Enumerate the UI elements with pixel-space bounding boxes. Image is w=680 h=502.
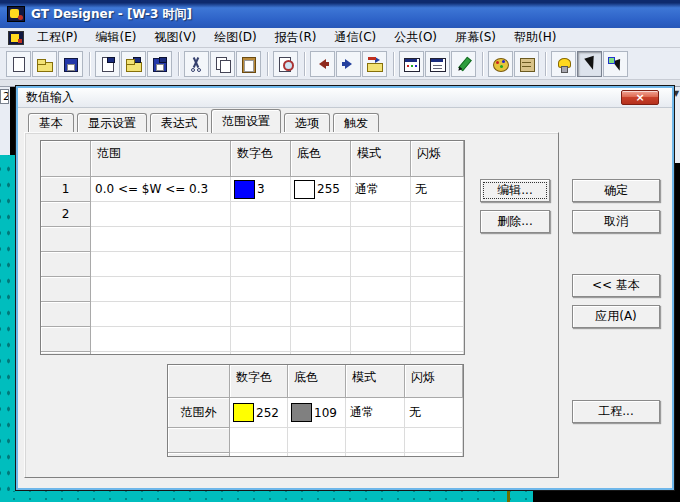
empty-cell[interactable] (351, 302, 411, 327)
empty-cell[interactable] (91, 327, 231, 352)
open-screen-button[interactable] (121, 51, 146, 77)
empty-cell[interactable] (91, 352, 231, 355)
empty-cell[interactable] (231, 252, 291, 277)
empty-cell[interactable] (291, 252, 351, 277)
empty-cell[interactable] (231, 327, 291, 352)
object-select-button[interactable] (603, 51, 628, 77)
empty-cell[interactable] (231, 227, 291, 252)
bg-color-cell[interactable]: 255 (291, 177, 351, 202)
row-header-1[interactable]: 1 (41, 177, 91, 202)
forward-button[interactable] (336, 51, 361, 77)
new-file-button[interactable] (6, 51, 31, 77)
empty-cell[interactable] (288, 453, 346, 457)
menu-screen[interactable]: 屏幕(S) (446, 27, 505, 48)
row-header-empty[interactable] (41, 252, 91, 277)
empty-cell[interactable] (351, 327, 411, 352)
ok-button[interactable]: 确定 (572, 179, 660, 202)
canvas-left-strip[interactable] (0, 155, 15, 502)
row-header-empty[interactable] (41, 302, 91, 327)
canvas-bottom-strip[interactable] (0, 491, 533, 502)
empty-cell[interactable] (411, 302, 464, 327)
menu-project[interactable]: 工程(P) (28, 27, 87, 48)
save-file-button[interactable] (58, 51, 83, 77)
empty-cell[interactable] (351, 252, 411, 277)
dialog-titlebar[interactable]: 数值输入 (18, 88, 672, 108)
basic-toggle-button[interactable]: << 基本 (572, 274, 660, 297)
empty-cell[interactable] (291, 352, 351, 355)
row-header-2[interactable]: 2 (41, 202, 91, 227)
empty-cell[interactable] (346, 453, 405, 457)
menu-edit[interactable]: 编辑(E) (87, 27, 146, 48)
empty-cell[interactable] (411, 352, 464, 355)
row-header-empty[interactable] (41, 327, 91, 352)
menu-report[interactable]: 报告(R) (266, 27, 326, 48)
edit-button[interactable]: 编辑... (480, 179, 550, 202)
parts-cabinet-button[interactable] (514, 51, 539, 77)
number-color-cell[interactable]: 3 (231, 177, 291, 202)
empty-cell[interactable] (91, 302, 231, 327)
menu-draw[interactable]: 绘图(D) (205, 27, 266, 48)
menu-comm[interactable]: 通信(C) (325, 27, 385, 48)
empty-cell[interactable] (351, 202, 411, 227)
range-expr-cell[interactable]: 0.0 <= $W <= 0.3 (91, 177, 231, 202)
flash-cell[interactable]: 无 (411, 177, 464, 202)
paste-button[interactable] (236, 51, 261, 77)
empty-cell[interactable] (288, 428, 346, 453)
row-header-empty[interactable] (41, 277, 91, 302)
select-arrow-button[interactable] (577, 51, 602, 77)
back-button[interactable] (310, 51, 335, 77)
empty-cell[interactable] (411, 202, 464, 227)
tab-range-settings[interactable]: 范围设置 (211, 109, 281, 133)
menu-view[interactable]: 视图(V) (146, 27, 206, 48)
empty-cell[interactable] (291, 302, 351, 327)
empty-cell[interactable] (346, 428, 405, 453)
attribute-table-button[interactable] (399, 51, 424, 77)
oor-bg-color-cell[interactable]: 109 (288, 398, 346, 428)
empty-cell[interactable] (91, 252, 231, 277)
empty-cell[interactable] (411, 227, 464, 252)
empty-cell[interactable] (351, 227, 411, 252)
tab-basic[interactable]: 基本 (28, 113, 74, 133)
empty-cell[interactable] (405, 453, 463, 457)
empty-cell[interactable] (291, 202, 351, 227)
empty-cell[interactable] (411, 327, 464, 352)
empty-cell[interactable] (230, 428, 288, 453)
empty-cell[interactable] (230, 453, 288, 457)
tab-display-settings[interactable]: 显示设置 (77, 113, 147, 133)
save-screen-button[interactable] (147, 51, 172, 77)
open-file-button[interactable] (32, 51, 57, 77)
draw-pen-button[interactable] (451, 51, 476, 77)
delete-button[interactable]: 删除... (480, 210, 550, 233)
menu-help[interactable]: 帮助(H) (505, 27, 565, 48)
mode-cell[interactable]: 通常 (351, 177, 411, 202)
cut-button[interactable] (184, 51, 209, 77)
empty-cell[interactable] (351, 277, 411, 302)
apply-button[interactable]: 应用(A) (572, 305, 660, 328)
empty-cell[interactable] (405, 428, 463, 453)
tab-options[interactable]: 选项 (284, 113, 330, 133)
data-list-button[interactable] (425, 51, 450, 77)
palette-button[interactable] (488, 51, 513, 77)
project-button[interactable]: 工程... (572, 400, 660, 423)
empty-cell[interactable] (91, 277, 231, 302)
empty-cell[interactable] (291, 327, 351, 352)
empty-cell[interactable] (291, 277, 351, 302)
empty-cell[interactable] (231, 277, 291, 302)
empty-cell[interactable] (411, 252, 464, 277)
oor-mode-cell[interactable]: 通常 (346, 398, 405, 428)
row-header-empty[interactable] (41, 352, 91, 355)
empty-cell[interactable] (351, 352, 411, 355)
empty-cell[interactable] (231, 302, 291, 327)
empty-cell[interactable] (411, 277, 464, 302)
tab-expression[interactable]: 表达式 (150, 113, 208, 133)
oor-number-color-cell[interactable]: 252 (230, 398, 288, 428)
empty-cell[interactable] (291, 227, 351, 252)
copy-button[interactable] (210, 51, 235, 77)
oor-row-empty[interactable] (168, 453, 230, 457)
oor-flash-cell[interactable]: 无 (405, 398, 463, 428)
empty-cell[interactable] (91, 202, 231, 227)
cancel-button[interactable]: 取消 (572, 210, 660, 233)
menu-common[interactable]: 公共(O) (385, 27, 446, 48)
new-screen-button[interactable] (95, 51, 120, 77)
screen-jump-button[interactable] (362, 51, 387, 77)
